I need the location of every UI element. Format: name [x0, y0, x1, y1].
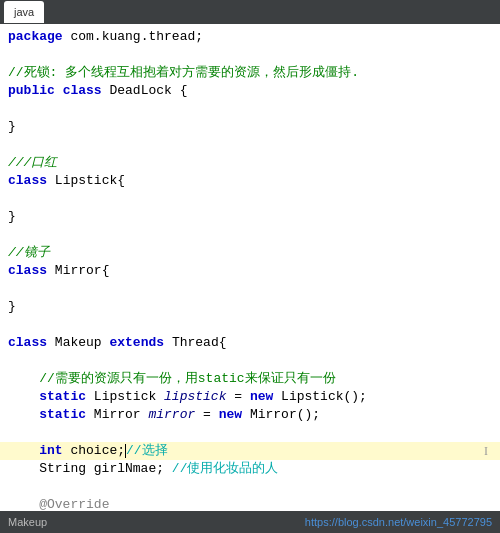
code-line	[0, 316, 500, 334]
status-left: Makeup	[8, 516, 47, 528]
code-line	[0, 136, 500, 154]
line-content	[8, 280, 492, 298]
line-content: }	[8, 298, 492, 316]
line-content: static Mirror mirror = new Mirror();	[8, 406, 492, 424]
code-line: package com.kuang.thread;	[0, 28, 500, 46]
line-content: package com.kuang.thread;	[8, 28, 492, 46]
line-content	[8, 136, 492, 154]
line-content: static Lipstick lipstick = new Lipstick(…	[8, 388, 492, 406]
line-content	[8, 190, 492, 208]
status-right: https://blog.csdn.net/weixin_45772795	[305, 516, 492, 528]
code-line: int choice;//选择I	[0, 442, 500, 460]
tab-bar: java	[0, 0, 500, 24]
code-line: class Lipstick{	[0, 172, 500, 190]
line-content: class Lipstick{	[8, 172, 492, 190]
line-content	[8, 100, 492, 118]
line-content: class Makeup extends Thread{	[8, 334, 492, 352]
line-content	[8, 46, 492, 64]
code-line	[0, 424, 500, 442]
code-area[interactable]: package com.kuang.thread; //死锁: 多个线程互相抱着…	[0, 24, 500, 511]
code-line	[0, 190, 500, 208]
code-line: //镜子	[0, 244, 500, 262]
code-line: String girlNmae; //使用化妆品的人	[0, 460, 500, 478]
code-line: static Mirror mirror = new Mirror();	[0, 406, 500, 424]
code-line: //需要的资源只有一份，用static来保证只有一份	[0, 370, 500, 388]
line-content: }	[8, 208, 492, 226]
code-line: }	[0, 298, 500, 316]
line-content	[8, 226, 492, 244]
line-content: class Mirror{	[8, 262, 492, 280]
code-line: ///口红	[0, 154, 500, 172]
code-line	[0, 280, 500, 298]
code-line: @Override	[0, 496, 500, 511]
status-bar: Makeup https://blog.csdn.net/weixin_4577…	[0, 511, 500, 533]
line-content	[8, 352, 492, 370]
line-content: }	[8, 118, 492, 136]
line-content	[8, 424, 492, 442]
tab-label: java	[14, 6, 34, 18]
code-line	[0, 352, 500, 370]
code-line: }	[0, 208, 500, 226]
code-line: //死锁: 多个线程互相抱着对方需要的资源，然后形成僵持.	[0, 64, 500, 82]
code-line: static Lipstick lipstick = new Lipstick(…	[0, 388, 500, 406]
code-line	[0, 46, 500, 64]
line-content: int choice;//选择I	[8, 442, 492, 460]
line-content: String girlNmae; //使用化妆品的人	[8, 460, 492, 478]
line-content: //死锁: 多个线程互相抱着对方需要的资源，然后形成僵持.	[8, 64, 492, 82]
code-line	[0, 478, 500, 496]
code-line	[0, 226, 500, 244]
line-content: @Override	[8, 496, 492, 511]
code-line: class Makeup extends Thread{	[0, 334, 500, 352]
line-content: //镜子	[8, 244, 492, 262]
editor-container: java package com.kuang.thread; //死锁: 多个线…	[0, 0, 500, 533]
code-line: }	[0, 118, 500, 136]
line-content	[8, 478, 492, 496]
line-content: //需要的资源只有一份，用static来保证只有一份	[8, 370, 492, 388]
active-tab[interactable]: java	[4, 1, 44, 23]
line-content: ///口红	[8, 154, 492, 172]
code-line	[0, 100, 500, 118]
line-content: public class DeadLock {	[8, 82, 492, 100]
code-line: class Mirror{	[0, 262, 500, 280]
line-content	[8, 316, 492, 334]
code-line: public class DeadLock {	[0, 82, 500, 100]
